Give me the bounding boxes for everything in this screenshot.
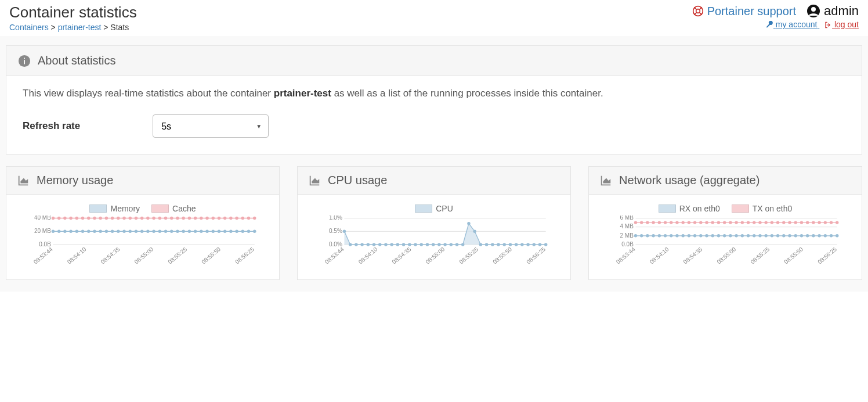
svg-point-35 (182, 230, 185, 233)
svg-point-153 (675, 234, 678, 237)
svg-point-67 (164, 217, 167, 220)
svg-point-211 (812, 221, 815, 224)
svg-point-201 (753, 221, 755, 224)
breadcrumb-container-name[interactable]: prtainer-test (58, 23, 102, 32)
svg-point-107 (408, 243, 411, 246)
svg-point-14 (57, 230, 60, 233)
breadcrumb-current: Stats (110, 23, 129, 32)
svg-point-106 (402, 243, 405, 246)
svg-text:0.5%: 0.5% (329, 228, 342, 234)
svg-point-156 (693, 234, 696, 237)
svg-point-213 (824, 221, 827, 224)
svg-text:08:54:10: 08:54:10 (357, 246, 379, 265)
legend-cache-text: Cache (172, 204, 196, 213)
svg-point-163 (735, 234, 737, 237)
svg-point-146 (634, 234, 637, 237)
about-panel-header: About statistics (6, 46, 862, 76)
svg-point-189 (681, 221, 684, 224)
svg-point-31 (158, 230, 161, 233)
my-account-link[interactable]: my account (765, 20, 819, 29)
about-panel: About statistics This view displays real… (6, 45, 862, 155)
user-label: admin (806, 3, 859, 19)
svg-text:08:54:35: 08:54:35 (391, 246, 413, 265)
network-chart-header: Network usage (aggregate) (589, 167, 862, 195)
refresh-select-wrap: 5s (153, 114, 269, 138)
svg-point-66 (158, 217, 161, 220)
svg-point-1 (696, 9, 700, 13)
memory-chart-title: Memory usage (37, 174, 113, 187)
svg-text:08:55:00: 08:55:00 (424, 246, 446, 265)
svg-point-105 (396, 243, 399, 246)
svg-point-179 (830, 234, 833, 237)
svg-point-187 (670, 221, 672, 224)
svg-point-45 (241, 230, 244, 233)
svg-point-155 (688, 234, 690, 237)
svg-point-207 (788, 221, 791, 224)
svg-point-160 (717, 234, 720, 237)
svg-point-159 (711, 234, 714, 237)
svg-point-69 (176, 217, 179, 220)
area-chart-icon (17, 174, 30, 187)
svg-point-97 (349, 243, 352, 246)
svg-point-74 (205, 217, 208, 220)
svg-point-122 (497, 243, 500, 246)
cpu-chart-panel: CPU usage CPU 0.0%0.5%1.0%08:53:4408:54:… (297, 166, 571, 280)
svg-point-150 (658, 234, 661, 237)
svg-point-39 (205, 230, 208, 233)
svg-point-20 (93, 230, 96, 233)
memory-chart: 0.0B20 MB40 MB08:53:4408:54:1008:54:3508… (12, 216, 273, 274)
svg-point-186 (664, 221, 667, 224)
svg-point-30 (152, 230, 155, 233)
my-account-text: my account (776, 20, 818, 29)
svg-point-49 (57, 217, 60, 220)
svg-point-99 (360, 243, 363, 246)
header-right-line2: my account log out (692, 20, 859, 29)
svg-point-62 (135, 217, 138, 220)
svg-point-40 (212, 230, 215, 233)
legend-swatch-pink (732, 204, 749, 213)
legend-swatch-pink (151, 204, 169, 213)
support-link[interactable]: Portainer support (692, 5, 796, 18)
svg-text:08:55:25: 08:55:25 (458, 246, 479, 265)
logout-link[interactable]: log out (824, 20, 859, 29)
svg-point-167 (758, 234, 761, 237)
svg-point-77 (223, 217, 226, 220)
svg-point-126 (520, 243, 523, 246)
svg-point-68 (170, 217, 173, 220)
svg-point-174 (800, 234, 803, 237)
svg-point-102 (378, 243, 381, 246)
svg-point-22 (105, 230, 108, 233)
svg-point-76 (218, 217, 220, 220)
user-icon (806, 4, 820, 18)
svg-point-79 (235, 217, 238, 220)
legend-cache: Cache (151, 204, 196, 213)
svg-point-38 (200, 230, 202, 233)
network-chart-panel: Network usage (aggregate) RX on eth0 TX … (588, 166, 862, 280)
breadcrumb-containers[interactable]: Containers (9, 23, 49, 32)
svg-text:08:53:44: 08:53:44 (615, 246, 636, 265)
svg-point-104 (390, 243, 393, 246)
svg-point-50 (63, 217, 66, 220)
svg-point-47 (253, 230, 256, 233)
header-left: Container statistics Containers > prtain… (9, 3, 137, 32)
logout-icon (824, 21, 832, 29)
svg-point-18 (81, 230, 84, 233)
svg-point-161 (723, 234, 726, 237)
legend-memory: Memory (89, 204, 140, 213)
svg-text:08:55:50: 08:55:50 (491, 246, 513, 265)
about-suffix: as well as a list of the running process… (331, 88, 603, 99)
refresh-select[interactable]: 5s (153, 114, 269, 138)
svg-text:1.0%: 1.0% (329, 216, 342, 221)
svg-text:08:55:00: 08:55:00 (133, 246, 154, 265)
svg-point-37 (194, 230, 197, 233)
svg-point-112 (437, 243, 440, 246)
svg-point-54 (87, 217, 90, 220)
lifebuoy-icon (692, 5, 704, 17)
svg-point-23 (111, 230, 114, 233)
svg-text:08:54:10: 08:54:10 (66, 246, 88, 265)
svg-point-80 (241, 217, 244, 220)
svg-point-13 (52, 230, 55, 233)
svg-point-147 (640, 234, 643, 237)
network-chart-body: RX on eth0 TX on eth0 0.0B2 MB4 MB6 MB08… (589, 195, 862, 279)
svg-point-34 (176, 230, 179, 233)
